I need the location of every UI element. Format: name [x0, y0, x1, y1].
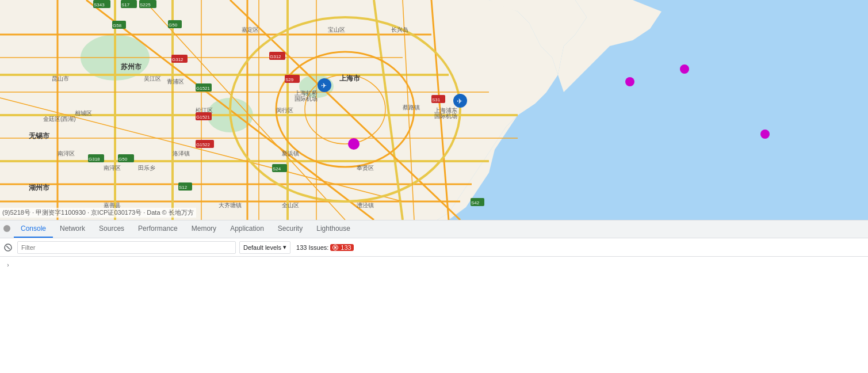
tab-console[interactable]: Console	[14, 220, 53, 238]
svg-text:相城区: 相城区	[75, 110, 92, 116]
svg-point-98	[348, 138, 360, 150]
svg-text:昆山市: 昆山市	[52, 75, 69, 82]
svg-text:G50: G50	[118, 157, 128, 162]
svg-text:长兴岛: 长兴岛	[391, 26, 408, 33]
expand-arrow[interactable]: ›	[2, 259, 14, 271]
console-content: ›	[0, 257, 868, 373]
svg-text:青浦区: 青浦区	[167, 78, 184, 85]
console-toolbar: Default levels ▾ 133 Issues: 133	[0, 238, 868, 257]
svg-text:洛泽镇: 洛泽镇	[173, 150, 190, 157]
svg-line-103	[6, 246, 10, 249]
svg-text:✈: ✈	[457, 97, 462, 105]
svg-text:S12: S12	[179, 185, 188, 190]
svg-text:南浔区: 南浔区	[104, 165, 121, 171]
svg-text:G50: G50	[169, 22, 178, 28]
svg-text:南浔区: 南浔区	[58, 150, 75, 157]
issues-badge[interactable]: 133 Issues: 133	[294, 241, 356, 254]
svg-text:苏州市: 苏州市	[120, 63, 142, 71]
tab-security[interactable]: Security	[271, 220, 309, 238]
map-container: 苏州市 上海市 湖州市 无锡市 嘉定区 宝山区 长兴岛 松江区 闵行区 奉贤区 …	[0, 0, 868, 220]
svg-text:S343: S343	[94, 2, 105, 7]
tab-performance[interactable]: Performance	[131, 220, 185, 238]
tab-application[interactable]: Application	[223, 220, 271, 238]
filter-input-container[interactable]	[17, 241, 236, 254]
svg-text:闵行区: 闵行区	[276, 107, 293, 113]
svg-text:G318: G318	[89, 157, 100, 162]
svg-text:G312: G312	[172, 57, 183, 62]
svg-text:G1522: G1522	[196, 142, 211, 147]
svg-text:✈: ✈	[321, 82, 327, 90]
svg-text:湖州市: 湖州市	[29, 184, 50, 192]
svg-text:宝山区: 宝山区	[328, 26, 345, 33]
svg-text:S29: S29	[285, 77, 294, 82]
svg-text:G1521: G1521	[196, 86, 211, 91]
svg-text:蔡路镇: 蔡路镇	[403, 104, 420, 111]
svg-text:S42: S42	[471, 200, 480, 205]
svg-text:吴江区: 吴江区	[144, 75, 161, 82]
tab-lighthouse[interactable]: Lighthouse	[309, 220, 357, 238]
chevron-down-icon: ▾	[283, 243, 286, 251]
svg-text:无锡市: 无锡市	[28, 132, 50, 140]
svg-point-100	[680, 64, 689, 74]
svg-text:嘉定区: 嘉定区	[242, 26, 259, 33]
filter-input[interactable]	[21, 244, 232, 251]
svg-point-101	[760, 130, 770, 139]
svg-text:奉贤区: 奉贤区	[357, 165, 374, 171]
svg-text:大齐塘镇: 大齐塘镇	[219, 202, 242, 208]
svg-text:国际机场: 国际机场	[434, 113, 457, 119]
svg-text:新浜镇: 新浜镇	[282, 150, 299, 157]
svg-text:田乐乡: 田乐乡	[138, 165, 155, 171]
svg-text:S225: S225	[140, 2, 151, 7]
error-count-badge: 133	[330, 244, 353, 251]
svg-text:上海市: 上海市	[339, 74, 361, 82]
svg-point-99	[625, 77, 634, 86]
svg-text:G312: G312	[270, 54, 281, 59]
svg-text:S17: S17	[121, 2, 130, 7]
svg-text:S24: S24	[273, 166, 281, 172]
svg-text:G1521: G1521	[196, 115, 211, 120]
svg-text:G58: G58	[113, 23, 122, 28]
clear-console-button[interactable]	[2, 242, 14, 253]
svg-text:国际机场: 国际机场	[295, 96, 318, 102]
tab-memory[interactable]: Memory	[185, 220, 223, 238]
issues-label: 133 Issues:	[296, 244, 328, 251]
tab-sources[interactable]: Sources	[92, 220, 131, 238]
map-attribution: (9)5218号 · 甲测资字1100930 · 京ICP证030173号 · …	[0, 208, 196, 218]
devtools-tabs-bar: Console Network Sources Performance Memo…	[0, 220, 868, 238]
devtools-circle-icon[interactable]	[0, 220, 14, 238]
default-levels-button[interactable]: Default levels ▾	[239, 241, 290, 254]
tab-network[interactable]: Network	[53, 220, 92, 238]
svg-text:金廷区(西湖): 金廷区(西湖)	[43, 116, 76, 122]
svg-text:漕泾镇: 漕泾镇	[357, 202, 374, 208]
svg-text:全山区: 全山区	[282, 202, 299, 208]
svg-text:S31: S31	[432, 97, 441, 102]
